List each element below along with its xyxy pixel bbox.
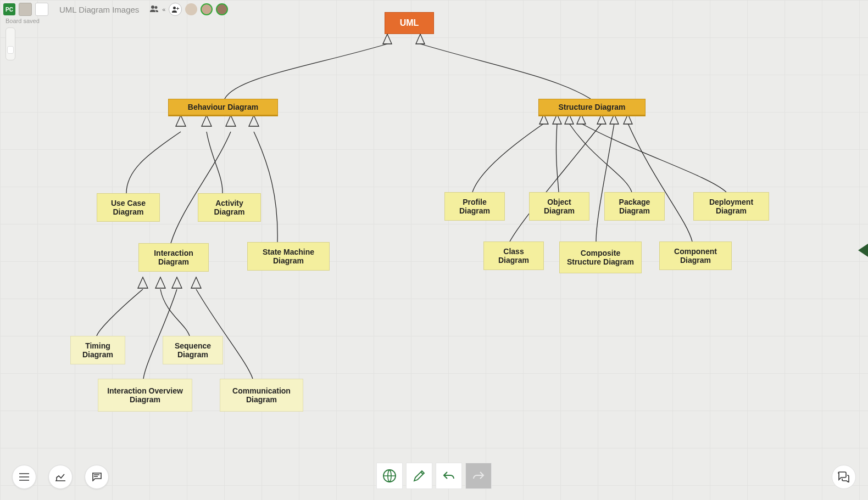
- save-status: Board saved: [5, 18, 40, 24]
- node-uml[interactable]: UML: [385, 12, 434, 34]
- node-structure[interactable]: Structure Diagram: [538, 99, 646, 116]
- node-interaction-overview[interactable]: Interaction Overview Diagram: [98, 379, 192, 412]
- zoom-slider[interactable]: [5, 27, 15, 60]
- node-behaviour[interactable]: Behaviour Diagram: [168, 99, 278, 116]
- globe-button[interactable]: [376, 463, 403, 489]
- share-button: [465, 463, 492, 489]
- svg-marker-2: [176, 115, 186, 126]
- center-toolbar: [376, 463, 492, 489]
- node-communication[interactable]: Communication Diagram: [220, 379, 303, 412]
- chart-button[interactable]: [48, 465, 73, 489]
- svg-marker-9: [191, 277, 201, 288]
- comment-list-button[interactable]: [85, 465, 109, 489]
- node-statemachine[interactable]: State Machine Diagram: [247, 242, 330, 271]
- presence-avatar-3[interactable]: [216, 3, 228, 15]
- add-person-button[interactable]: [169, 3, 182, 16]
- blank-thumb[interactable]: [35, 3, 48, 16]
- svg-marker-0: [383, 34, 392, 44]
- edge-layer: [0, 0, 868, 500]
- node-component[interactable]: Component Diagram: [659, 241, 732, 270]
- expand-panel-icon[interactable]: [858, 244, 868, 257]
- node-composite[interactable]: Composite Structure Diagram: [559, 241, 642, 273]
- people-icon[interactable]: [150, 5, 159, 14]
- node-sequence[interactable]: Sequence Diagram: [163, 336, 223, 364]
- node-class[interactable]: Class Diagram: [483, 241, 544, 270]
- list-view-button[interactable]: [12, 465, 36, 489]
- workspace-badge[interactable]: PC: [3, 3, 15, 15]
- svg-marker-3: [202, 115, 212, 126]
- node-interaction[interactable]: Interaction Diagram: [138, 243, 209, 272]
- node-timing[interactable]: Timing Diagram: [70, 336, 125, 364]
- node-package[interactable]: Package Diagram: [604, 192, 665, 221]
- svg-marker-7: [155, 277, 165, 288]
- svg-marker-1: [416, 34, 425, 44]
- presence-avatar-2[interactable]: [201, 3, 213, 15]
- top-bar: PC UML Diagram Images «: [0, 0, 231, 19]
- node-activity[interactable]: Activity Diagram: [198, 193, 261, 222]
- svg-marker-4: [226, 115, 236, 126]
- chat-button[interactable]: [832, 465, 856, 489]
- avatar-thumb[interactable]: [19, 3, 32, 16]
- undo-button[interactable]: [436, 463, 462, 489]
- edit-button[interactable]: [406, 463, 432, 489]
- svg-marker-6: [138, 277, 148, 288]
- board-title[interactable]: UML Diagram Images: [59, 5, 139, 14]
- svg-marker-5: [249, 115, 259, 126]
- presence-avatar-1[interactable]: [185, 3, 197, 15]
- node-object[interactable]: Object Diagram: [529, 192, 589, 221]
- node-deployment[interactable]: Deployment Diagram: [693, 192, 769, 221]
- svg-marker-8: [172, 277, 182, 288]
- board-canvas[interactable]: PC UML Diagram Images « Board saved: [0, 0, 868, 500]
- collapse-icon[interactable]: «: [162, 6, 165, 13]
- bottom-left-toolbar: [12, 465, 109, 489]
- node-usecase[interactable]: Use Case Diagram: [97, 193, 160, 222]
- node-profile[interactable]: Profile Diagram: [444, 192, 505, 221]
